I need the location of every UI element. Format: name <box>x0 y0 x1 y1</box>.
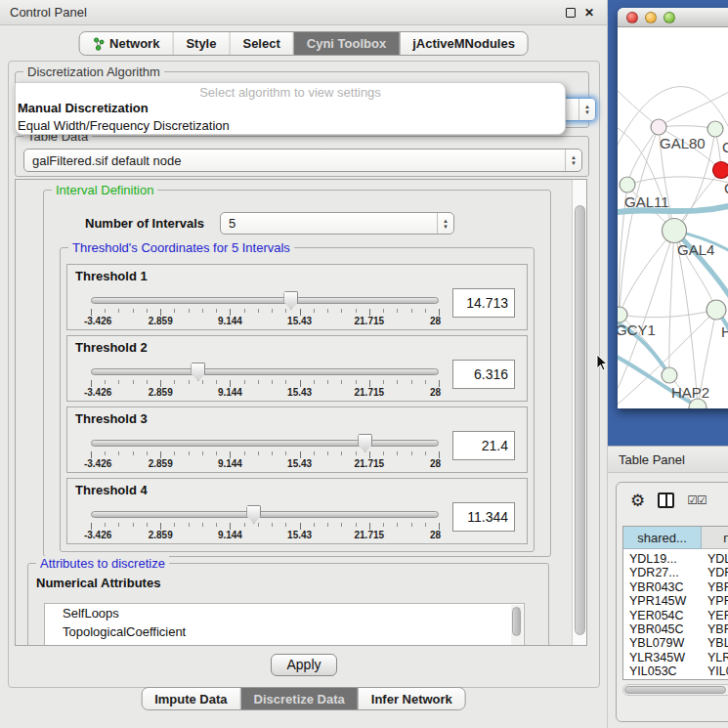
attributes-group-label: Attributes to discretize <box>36 556 169 571</box>
node-gcy1 <box>618 307 627 322</box>
node-gal11 <box>620 177 635 193</box>
network-canvas[interactable]: GAL80 GA C GAL11 GAL4 GCY1 H HAP2 <box>618 27 728 408</box>
tab-jactivemnodules[interactable]: jActiveMNodules <box>400 32 528 55</box>
tab-select[interactable]: Select <box>230 32 293 55</box>
tab-impute-data[interactable]: Impute Data <box>142 688 240 709</box>
combo-stepper-icon[interactable]: ▲▼ <box>578 99 595 120</box>
top-tab-bar: Network Style Select Cyni Toolbox jActiv… <box>78 31 529 56</box>
node-label-hap2: HAP2 <box>671 384 709 401</box>
list-item[interactable]: SelfLoops <box>45 604 524 622</box>
list-scrollbar-thumb[interactable] <box>512 607 521 636</box>
control-panel: Control Panel ✕ Network Style Select Cyn… <box>0 0 608 728</box>
threshold-3-box: Threshold 3 -3.426 2.859 9.144 <box>66 407 528 473</box>
table-row[interactable]: YIL053CYIL0 <box>623 664 728 678</box>
zoom-traffic-icon[interactable] <box>664 12 675 23</box>
slider-track[interactable] <box>91 368 439 375</box>
tab-label: Network <box>109 36 159 51</box>
table-horizontal-scrollbar[interactable] <box>622 684 728 696</box>
list-scrollbar[interactable] <box>511 605 523 646</box>
threshold-1-value-field[interactable] <box>452 288 515 318</box>
slider-track[interactable] <box>91 440 439 447</box>
threshold-2-value-field[interactable] <box>452 360 515 389</box>
close-traffic-icon[interactable] <box>626 12 638 23</box>
screen: Control Panel ✕ Network Style Select Cyn… <box>0 0 728 728</box>
threshold-4-value-field[interactable] <box>452 502 515 532</box>
node-label-gal4: GAL4 <box>677 241 714 258</box>
tab-infer-network[interactable]: Infer Network <box>359 688 465 709</box>
close-icon[interactable]: ✕ <box>581 6 597 20</box>
column-header-shared-name[interactable]: shared... <box>623 527 702 549</box>
network-icon <box>92 37 105 51</box>
node-label-gcy1: GCY1 <box>618 321 656 338</box>
dropdown-option-manual[interactable]: Manual Discretization <box>16 100 565 117</box>
table-data-combobox[interactable]: galFiltered.sif default node ▲▼ <box>23 149 582 172</box>
threshold-handle-1[interactable] <box>283 291 298 310</box>
settings-scrollbar[interactable] <box>572 180 586 645</box>
threshold-1-slider: -3.426 2.859 9.144 15.43 21.715 28 <box>91 265 439 331</box>
threshold-handle-4[interactable] <box>246 505 261 524</box>
node-gal4 <box>663 219 687 243</box>
slider-track[interactable] <box>91 511 439 518</box>
minimize-traffic-icon[interactable] <box>645 12 657 23</box>
slider-tick-labels: -3.426 2.859 9.144 15.43 21.715 28 <box>91 316 439 327</box>
threshold-handle-3[interactable] <box>358 434 372 452</box>
table-row[interactable]: YER054CYER0 <box>623 609 728 622</box>
split-columns-icon[interactable] <box>658 492 674 508</box>
tab-discretize-data[interactable]: Discretize Data <box>241 688 359 709</box>
tab-network[interactable]: Network <box>79 32 173 55</box>
threshold-3-value-field[interactable] <box>452 431 515 460</box>
number-of-intervals-combobox[interactable]: 5 ▲▼ <box>220 212 454 235</box>
list-item[interactable]: BetweennessCentrality <box>45 641 524 646</box>
tab-style[interactable]: Style <box>173 32 230 55</box>
cyni-toolbox-panel: Discretization Algorithm ▲▼ Select algor… <box>8 61 600 688</box>
number-of-intervals-value: 5 <box>229 216 236 231</box>
table-row[interactable]: YBL079WYBL0 <box>623 636 728 650</box>
slider-tick-labels: -3.426 2.859 9.144 15.43 21.715 28 <box>91 458 439 470</box>
numerical-attributes-label: Numerical Attributes <box>36 576 160 590</box>
threshold-handle-2[interactable] <box>191 363 205 381</box>
combo-stepper-icon[interactable]: ▲▼ <box>565 150 581 171</box>
node-label-c: C <box>724 180 728 196</box>
table-row[interactable]: YBR045CYBR0 <box>623 622 728 636</box>
numerical-attributes-list[interactable]: SelfLoops TopologicalCoefficient Between… <box>44 603 525 646</box>
bottom-tab-bar: Impute Data Discretize Data Infer Networ… <box>141 687 466 710</box>
column-header-name[interactable]: na <box>702 527 728 549</box>
node-h <box>707 300 726 320</box>
table-scrollbar-thumb[interactable] <box>624 686 726 694</box>
thresholds-group-label: Threshold's Coordinates for 5 Intervals <box>68 240 294 255</box>
checkbox-columns-icon[interactable]: ☑☑ <box>687 493 707 507</box>
gear-icon[interactable]: ⚙ <box>630 492 645 509</box>
table-row[interactable]: YDR27...YDR2 <box>623 566 728 579</box>
slider-tick-labels: -3.426 2.859 9.144 15.43 21.715 28 <box>91 530 439 541</box>
threshold-4-slider: -3.426 2.859 9.144 15.43 21.715 28 <box>91 479 439 545</box>
node-hap2 <box>662 367 677 383</box>
table-row[interactable]: YBR043CYBR0 <box>623 580 728 594</box>
node-label-gal80: GAL80 <box>660 135 706 151</box>
mouse-cursor <box>596 354 609 372</box>
settings-scrollbar-thumb[interactable] <box>575 205 585 635</box>
table-panel: Table Panel ⚙ ☑☑ shared... na YDL19...YD… <box>608 446 728 728</box>
combo-stepper-icon[interactable]: ▲▼ <box>437 213 453 234</box>
slider-ticks <box>91 523 440 529</box>
node-ga <box>707 121 723 137</box>
attributes-group: Attributes to discretize Numerical Attri… <box>27 563 549 646</box>
apply-button[interactable]: Apply <box>271 654 337 676</box>
slider-ticks <box>91 309 440 315</box>
list-item[interactable]: TopologicalCoefficient <box>45 622 524 641</box>
table-row[interactable]: YDL19...YDL1 <box>623 552 728 566</box>
slider-track[interactable] <box>91 297 439 304</box>
table-panel-title: Table Panel <box>608 446 728 473</box>
slider-tick-labels: -3.426 2.859 9.144 15.43 21.715 28 <box>91 387 439 399</box>
network-view-window: GAL80 GA C GAL11 GAL4 GCY1 H HAP2 <box>618 8 728 408</box>
table-data-group: Table Data galFiltered.sif default node … <box>15 136 589 177</box>
network-window-titlebar[interactable] <box>618 8 728 27</box>
table-row[interactable]: YPR145WYPR1 <box>623 594 728 608</box>
thresholds-group: Threshold's Coordinates for 5 Intervals … <box>60 247 535 552</box>
node-label-h: H <box>721 323 728 340</box>
tab-cyni-toolbox[interactable]: Cyni Toolbox <box>294 32 400 55</box>
table-panel-toolbar: ⚙ ☑☑ <box>617 483 728 518</box>
dropdown-option-equal-width[interactable]: Equal Width/Frequency Discretization <box>16 117 565 135</box>
threshold-4-box: Threshold 4 -3.426 2.859 9.144 <box>66 478 528 544</box>
table-row[interactable]: YLR345WYLR3 <box>623 651 728 664</box>
float-window-icon[interactable] <box>566 8 576 18</box>
